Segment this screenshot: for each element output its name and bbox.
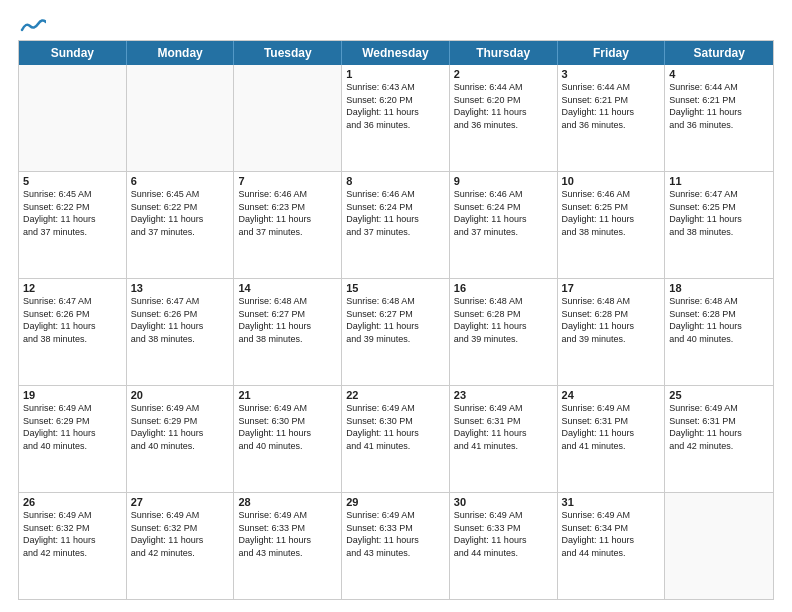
day-number: 2 xyxy=(454,68,553,80)
day-info: Sunrise: 6:49 AM Sunset: 6:31 PM Dayligh… xyxy=(454,402,553,452)
page: SundayMondayTuesdayWednesdayThursdayFrid… xyxy=(0,0,792,612)
calendar-cell: 11Sunrise: 6:47 AM Sunset: 6:25 PM Dayli… xyxy=(665,172,773,278)
calendar-cell: 10Sunrise: 6:46 AM Sunset: 6:25 PM Dayli… xyxy=(558,172,666,278)
calendar-day-header: Tuesday xyxy=(234,41,342,65)
day-number: 17 xyxy=(562,282,661,294)
day-info: Sunrise: 6:49 AM Sunset: 6:33 PM Dayligh… xyxy=(454,509,553,559)
calendar-cell: 30Sunrise: 6:49 AM Sunset: 6:33 PM Dayli… xyxy=(450,493,558,599)
day-number: 5 xyxy=(23,175,122,187)
day-info: Sunrise: 6:46 AM Sunset: 6:23 PM Dayligh… xyxy=(238,188,337,238)
calendar-cell: 3Sunrise: 6:44 AM Sunset: 6:21 PM Daylig… xyxy=(558,65,666,171)
day-number: 4 xyxy=(669,68,769,80)
calendar-cell: 16Sunrise: 6:48 AM Sunset: 6:28 PM Dayli… xyxy=(450,279,558,385)
calendar-week-row: 5Sunrise: 6:45 AM Sunset: 6:22 PM Daylig… xyxy=(19,171,773,278)
calendar-cell: 13Sunrise: 6:47 AM Sunset: 6:26 PM Dayli… xyxy=(127,279,235,385)
day-info: Sunrise: 6:45 AM Sunset: 6:22 PM Dayligh… xyxy=(131,188,230,238)
day-info: Sunrise: 6:49 AM Sunset: 6:32 PM Dayligh… xyxy=(23,509,122,559)
calendar-cell: 18Sunrise: 6:48 AM Sunset: 6:28 PM Dayli… xyxy=(665,279,773,385)
calendar-day-header: Thursday xyxy=(450,41,558,65)
day-info: Sunrise: 6:46 AM Sunset: 6:24 PM Dayligh… xyxy=(346,188,445,238)
calendar-cell: 28Sunrise: 6:49 AM Sunset: 6:33 PM Dayli… xyxy=(234,493,342,599)
calendar-cell: 26Sunrise: 6:49 AM Sunset: 6:32 PM Dayli… xyxy=(19,493,127,599)
day-number: 31 xyxy=(562,496,661,508)
day-info: Sunrise: 6:47 AM Sunset: 6:25 PM Dayligh… xyxy=(669,188,769,238)
calendar-day-header: Monday xyxy=(127,41,235,65)
calendar-header: SundayMondayTuesdayWednesdayThursdayFrid… xyxy=(19,41,773,65)
calendar-cell: 17Sunrise: 6:48 AM Sunset: 6:28 PM Dayli… xyxy=(558,279,666,385)
day-number: 18 xyxy=(669,282,769,294)
day-number: 6 xyxy=(131,175,230,187)
day-number: 13 xyxy=(131,282,230,294)
header xyxy=(18,18,774,30)
calendar-cell: 8Sunrise: 6:46 AM Sunset: 6:24 PM Daylig… xyxy=(342,172,450,278)
logo-wave-icon xyxy=(20,16,46,34)
day-info: Sunrise: 6:46 AM Sunset: 6:25 PM Dayligh… xyxy=(562,188,661,238)
calendar-cell: 23Sunrise: 6:49 AM Sunset: 6:31 PM Dayli… xyxy=(450,386,558,492)
calendar-cell: 2Sunrise: 6:44 AM Sunset: 6:20 PM Daylig… xyxy=(450,65,558,171)
calendar-cell: 22Sunrise: 6:49 AM Sunset: 6:30 PM Dayli… xyxy=(342,386,450,492)
day-info: Sunrise: 6:48 AM Sunset: 6:28 PM Dayligh… xyxy=(669,295,769,345)
calendar-week-row: 19Sunrise: 6:49 AM Sunset: 6:29 PM Dayli… xyxy=(19,385,773,492)
day-info: Sunrise: 6:49 AM Sunset: 6:33 PM Dayligh… xyxy=(238,509,337,559)
day-number: 28 xyxy=(238,496,337,508)
day-info: Sunrise: 6:48 AM Sunset: 6:27 PM Dayligh… xyxy=(346,295,445,345)
day-number: 19 xyxy=(23,389,122,401)
day-info: Sunrise: 6:49 AM Sunset: 6:34 PM Dayligh… xyxy=(562,509,661,559)
day-info: Sunrise: 6:49 AM Sunset: 6:29 PM Dayligh… xyxy=(131,402,230,452)
day-number: 3 xyxy=(562,68,661,80)
calendar-cell: 24Sunrise: 6:49 AM Sunset: 6:31 PM Dayli… xyxy=(558,386,666,492)
calendar-cell xyxy=(19,65,127,171)
day-info: Sunrise: 6:44 AM Sunset: 6:21 PM Dayligh… xyxy=(669,81,769,131)
day-info: Sunrise: 6:48 AM Sunset: 6:28 PM Dayligh… xyxy=(562,295,661,345)
calendar-week-row: 12Sunrise: 6:47 AM Sunset: 6:26 PM Dayli… xyxy=(19,278,773,385)
day-info: Sunrise: 6:47 AM Sunset: 6:26 PM Dayligh… xyxy=(23,295,122,345)
day-number: 20 xyxy=(131,389,230,401)
day-info: Sunrise: 6:43 AM Sunset: 6:20 PM Dayligh… xyxy=(346,81,445,131)
day-number: 15 xyxy=(346,282,445,294)
calendar-body: 1Sunrise: 6:43 AM Sunset: 6:20 PM Daylig… xyxy=(19,65,773,599)
day-number: 16 xyxy=(454,282,553,294)
day-info: Sunrise: 6:44 AM Sunset: 6:21 PM Dayligh… xyxy=(562,81,661,131)
day-number: 12 xyxy=(23,282,122,294)
day-number: 24 xyxy=(562,389,661,401)
calendar-cell: 4Sunrise: 6:44 AM Sunset: 6:21 PM Daylig… xyxy=(665,65,773,171)
calendar: SundayMondayTuesdayWednesdayThursdayFrid… xyxy=(18,40,774,600)
calendar-cell xyxy=(234,65,342,171)
day-number: 9 xyxy=(454,175,553,187)
calendar-cell: 15Sunrise: 6:48 AM Sunset: 6:27 PM Dayli… xyxy=(342,279,450,385)
day-number: 22 xyxy=(346,389,445,401)
day-info: Sunrise: 6:48 AM Sunset: 6:28 PM Dayligh… xyxy=(454,295,553,345)
calendar-day-header: Sunday xyxy=(19,41,127,65)
calendar-cell: 21Sunrise: 6:49 AM Sunset: 6:30 PM Dayli… xyxy=(234,386,342,492)
calendar-cell: 31Sunrise: 6:49 AM Sunset: 6:34 PM Dayli… xyxy=(558,493,666,599)
calendar-day-header: Friday xyxy=(558,41,666,65)
calendar-cell: 5Sunrise: 6:45 AM Sunset: 6:22 PM Daylig… xyxy=(19,172,127,278)
calendar-cell xyxy=(665,493,773,599)
logo xyxy=(18,18,46,30)
calendar-cell: 27Sunrise: 6:49 AM Sunset: 6:32 PM Dayli… xyxy=(127,493,235,599)
day-number: 25 xyxy=(669,389,769,401)
day-info: Sunrise: 6:49 AM Sunset: 6:33 PM Dayligh… xyxy=(346,509,445,559)
day-info: Sunrise: 6:49 AM Sunset: 6:30 PM Dayligh… xyxy=(346,402,445,452)
day-info: Sunrise: 6:49 AM Sunset: 6:29 PM Dayligh… xyxy=(23,402,122,452)
day-number: 14 xyxy=(238,282,337,294)
day-number: 30 xyxy=(454,496,553,508)
calendar-week-row: 26Sunrise: 6:49 AM Sunset: 6:32 PM Dayli… xyxy=(19,492,773,599)
calendar-cell: 20Sunrise: 6:49 AM Sunset: 6:29 PM Dayli… xyxy=(127,386,235,492)
day-number: 8 xyxy=(346,175,445,187)
day-number: 21 xyxy=(238,389,337,401)
day-info: Sunrise: 6:49 AM Sunset: 6:31 PM Dayligh… xyxy=(669,402,769,452)
day-info: Sunrise: 6:45 AM Sunset: 6:22 PM Dayligh… xyxy=(23,188,122,238)
calendar-day-header: Wednesday xyxy=(342,41,450,65)
day-number: 7 xyxy=(238,175,337,187)
day-number: 10 xyxy=(562,175,661,187)
day-info: Sunrise: 6:47 AM Sunset: 6:26 PM Dayligh… xyxy=(131,295,230,345)
day-info: Sunrise: 6:49 AM Sunset: 6:31 PM Dayligh… xyxy=(562,402,661,452)
calendar-cell: 9Sunrise: 6:46 AM Sunset: 6:24 PM Daylig… xyxy=(450,172,558,278)
day-number: 23 xyxy=(454,389,553,401)
calendar-cell: 14Sunrise: 6:48 AM Sunset: 6:27 PM Dayli… xyxy=(234,279,342,385)
calendar-cell: 29Sunrise: 6:49 AM Sunset: 6:33 PM Dayli… xyxy=(342,493,450,599)
day-info: Sunrise: 6:49 AM Sunset: 6:30 PM Dayligh… xyxy=(238,402,337,452)
calendar-cell: 25Sunrise: 6:49 AM Sunset: 6:31 PM Dayli… xyxy=(665,386,773,492)
day-number: 1 xyxy=(346,68,445,80)
